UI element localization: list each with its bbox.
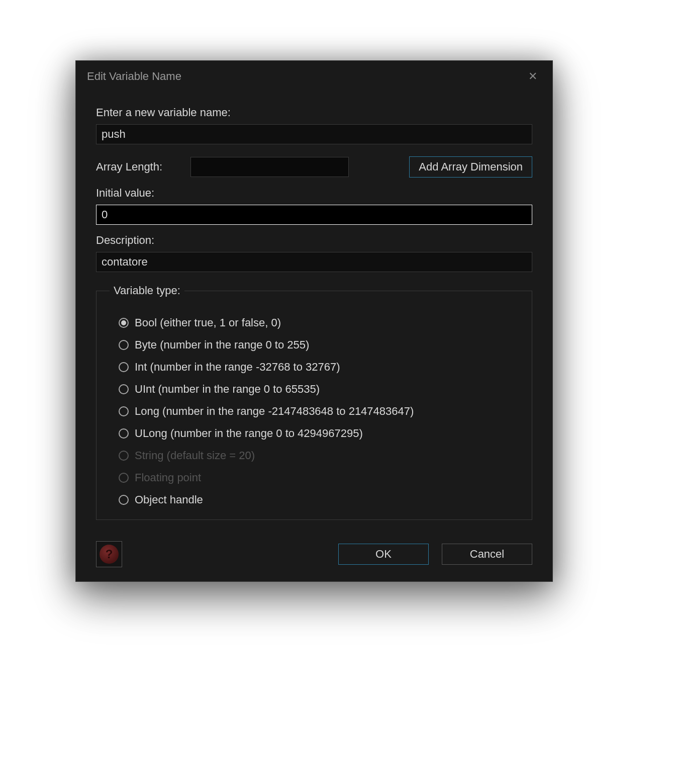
variable-type-label: Int (number in the range -32768 to 32767…	[135, 361, 340, 374]
cancel-button[interactable]: Cancel	[442, 544, 532, 565]
add-array-dimension-button[interactable]: Add Array Dimension	[409, 156, 532, 178]
array-length-input[interactable]	[190, 157, 349, 177]
initial-value-label: Initial value:	[96, 187, 532, 200]
radio-dot-icon	[121, 365, 126, 370]
radio-dot-icon	[121, 475, 126, 480]
variable-type-label: Bool (either true, 1 or false, 0)	[135, 316, 281, 329]
radio-dot-icon	[121, 497, 126, 502]
variable-type-label: Object handle	[135, 493, 203, 506]
dialog-title: Edit Variable Name	[87, 70, 181, 83]
close-icon[interactable]: ✕	[524, 68, 541, 85]
variable-type-label: Floating point	[135, 471, 201, 484]
radio-icon	[119, 362, 129, 372]
variable-type-option[interactable]: ULong (number in the range 0 to 42949672…	[119, 427, 519, 440]
variable-type-label: Byte (number in the range 0 to 255)	[135, 338, 309, 352]
description-input[interactable]	[96, 252, 532, 272]
dialog-footer: ? OK Cancel	[76, 530, 552, 581]
array-row: Array Length: Add Array Dimension	[96, 156, 532, 178]
help-glyph: ?	[106, 547, 113, 561]
variable-type-option[interactable]: Int (number in the range -32768 to 32767…	[119, 361, 519, 374]
variable-type-option[interactable]: Bool (either true, 1 or false, 0)	[119, 316, 519, 329]
variable-type-option[interactable]: UInt (number in the range 0 to 65535)	[119, 383, 519, 396]
radio-icon	[119, 495, 129, 505]
ok-button[interactable]: OK	[338, 544, 429, 565]
variable-type-list: Bool (either true, 1 or false, 0)Byte (n…	[110, 316, 519, 506]
dialog-content: Enter a new variable name: Array Length:…	[76, 92, 552, 530]
radio-icon	[119, 340, 129, 350]
radio-icon	[119, 318, 129, 328]
variable-type-legend: Variable type:	[110, 284, 184, 297]
titlebar: Edit Variable Name ✕	[76, 61, 552, 92]
variable-type-label: UInt (number in the range 0 to 65535)	[135, 383, 320, 396]
radio-icon	[119, 406, 129, 416]
radio-icon	[119, 384, 129, 394]
description-label: Description:	[96, 234, 532, 247]
radio-icon	[119, 451, 129, 461]
dialog-window: Edit Variable Name ✕ Enter a new variabl…	[75, 60, 553, 582]
initial-value-input[interactable]	[96, 205, 532, 225]
radio-dot-icon	[121, 387, 126, 392]
radio-dot-icon	[121, 453, 126, 458]
help-icon: ?	[100, 545, 119, 564]
variable-type-option[interactable]: Object handle	[119, 493, 519, 506]
variable-type-option: Floating point	[119, 471, 519, 484]
variable-type-label: ULong (number in the range 0 to 42949672…	[135, 427, 363, 440]
variable-type-option[interactable]: Long (number in the range -2147483648 to…	[119, 405, 519, 418]
variable-type-label: String (default size = 20)	[135, 449, 255, 462]
variable-type-group: Variable type: Bool (either true, 1 or f…	[96, 284, 532, 520]
array-length-label: Array Length:	[96, 160, 181, 173]
radio-icon	[119, 428, 129, 439]
radio-dot-icon	[121, 342, 126, 347]
radio-icon	[119, 473, 129, 483]
variable-type-option[interactable]: Byte (number in the range 0 to 255)	[119, 338, 519, 352]
radio-dot-icon	[121, 320, 126, 325]
name-label: Enter a new variable name:	[96, 106, 532, 119]
dialog-frame: Edit Variable Name ✕ Enter a new variabl…	[75, 60, 553, 582]
variable-type-option: String (default size = 20)	[119, 449, 519, 462]
radio-dot-icon	[121, 409, 126, 414]
radio-dot-icon	[121, 431, 126, 436]
variable-type-label: Long (number in the range -2147483648 to…	[135, 405, 414, 418]
help-button[interactable]: ?	[96, 541, 122, 567]
variable-name-input[interactable]	[96, 124, 532, 144]
